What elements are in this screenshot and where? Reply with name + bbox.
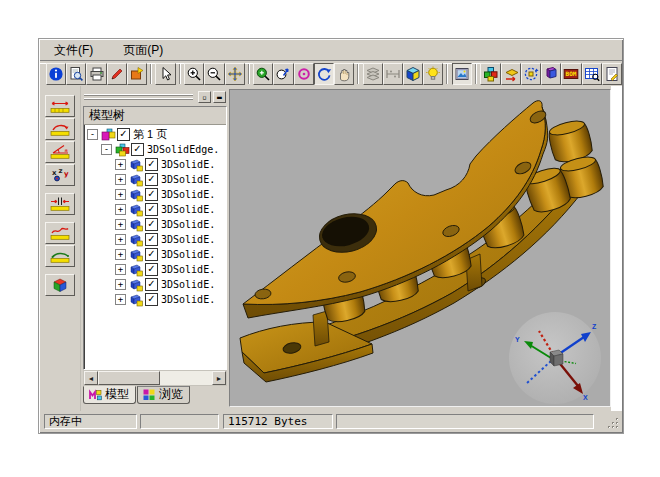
menu-item-page[interactable]: 页面(P) bbox=[119, 41, 167, 60]
expand-icon[interactable]: + bbox=[115, 159, 126, 170]
tree-part-row[interactable]: + ✓ 3DSolidE. bbox=[84, 217, 226, 232]
angle-dimension-button[interactable]: a bbox=[45, 141, 75, 163]
checkbox-checked[interactable]: ✓ bbox=[145, 218, 158, 231]
gold-bracket-part[interactable]: X Y Z bbox=[230, 90, 610, 406]
expand-icon[interactable]: + bbox=[115, 219, 126, 230]
rotate-view-button[interactable] bbox=[314, 63, 334, 85]
pan-button[interactable] bbox=[225, 63, 245, 85]
collapse-icon[interactable]: - bbox=[101, 144, 112, 155]
report-button[interactable] bbox=[602, 63, 622, 85]
tree-part-row[interactable]: + ✓ 3DSolidE. bbox=[84, 292, 226, 307]
scrollbar-track[interactable] bbox=[160, 371, 212, 385]
select-cursor-button[interactable] bbox=[155, 63, 175, 85]
update-view-button[interactable] bbox=[521, 63, 541, 85]
measure-button[interactable] bbox=[383, 63, 403, 85]
main-toolbar: BOM bbox=[40, 62, 622, 86]
tree-part-row[interactable]: + ✓ 3DSolidE. bbox=[84, 247, 226, 262]
checkbox-checked[interactable]: ✓ bbox=[145, 293, 158, 306]
table-view-button[interactable] bbox=[582, 63, 602, 85]
checkbox-checked[interactable]: ✓ bbox=[145, 248, 158, 261]
tree-part-row[interactable]: + ✓ 3DSolidE. bbox=[84, 277, 226, 292]
print-button[interactable] bbox=[86, 63, 106, 85]
layers-button[interactable] bbox=[363, 63, 383, 85]
expand-icon[interactable]: + bbox=[115, 264, 126, 275]
image-frame-button[interactable] bbox=[452, 63, 472, 85]
radius-dimension-button[interactable] bbox=[45, 118, 75, 140]
arc-dimension-icon bbox=[48, 248, 72, 264]
bom-button[interactable]: BOM bbox=[561, 63, 581, 85]
expand-icon[interactable]: + bbox=[115, 249, 126, 260]
tree-rows: - ✓ 第 1 页 - ✓ 3DSolidEdge. bbox=[84, 125, 226, 307]
z-axis-label: Z bbox=[592, 323, 597, 330]
distance-dimension-button[interactable] bbox=[45, 193, 75, 215]
coordinate-dimension-button[interactable]: xzy bbox=[45, 164, 75, 186]
checkbox-checked[interactable]: ✓ bbox=[145, 188, 158, 201]
expand-icon[interactable]: + bbox=[115, 294, 126, 305]
print-icon bbox=[89, 66, 105, 82]
info-button[interactable] bbox=[46, 63, 66, 85]
checkbox-checked[interactable]: ✓ bbox=[145, 263, 158, 276]
checkbox-checked[interactable]: ✓ bbox=[145, 158, 158, 171]
solid-display-button[interactable] bbox=[541, 63, 561, 85]
annotate-pencil-button[interactable] bbox=[107, 63, 127, 85]
rotate-center-button[interactable] bbox=[294, 63, 314, 85]
tree-part-row[interactable]: + ✓ 3DSolidE. bbox=[84, 232, 226, 247]
export-image-button[interactable] bbox=[127, 63, 147, 85]
info-icon bbox=[48, 66, 64, 82]
checkbox-checked[interactable]: ✓ bbox=[145, 233, 158, 246]
tab-model[interactable]: 模型 bbox=[83, 386, 136, 404]
expand-icon[interactable]: + bbox=[115, 234, 126, 245]
assembly-tree-button[interactable] bbox=[480, 63, 500, 85]
tree-horizontal-scrollbar[interactable]: ◄ ► bbox=[83, 370, 227, 386]
lighting-button[interactable] bbox=[423, 63, 443, 85]
resize-grip-icon[interactable] bbox=[607, 417, 620, 430]
expand-icon[interactable]: + bbox=[115, 204, 126, 215]
zoom-out-button[interactable] bbox=[204, 63, 224, 85]
view-box-button[interactable] bbox=[45, 274, 75, 296]
scroll-left-icon[interactable]: ◄ bbox=[84, 371, 98, 385]
distance-dimension-icon bbox=[48, 196, 72, 212]
restore-panel-icon[interactable]: ▫ bbox=[198, 91, 211, 103]
menu-item-file[interactable]: 文件(F) bbox=[50, 41, 97, 60]
scrollbar-thumb[interactable] bbox=[98, 371, 160, 385]
panel-gripper[interactable] bbox=[84, 94, 193, 102]
tab-browse[interactable]: 浏览 bbox=[137, 386, 190, 404]
tree-part-row[interactable]: + ✓ 3DSolidE. bbox=[84, 157, 226, 172]
arc-dimension-button[interactable] bbox=[45, 245, 75, 267]
checkbox-checked[interactable]: ✓ bbox=[131, 143, 144, 156]
zoom-in-button[interactable] bbox=[184, 63, 204, 85]
render-mode-button[interactable] bbox=[403, 63, 423, 85]
zoom-window-button[interactable] bbox=[253, 63, 273, 85]
tree-assembly-row[interactable]: - ✓ 3DSolidEdge. bbox=[84, 142, 226, 157]
tree-part-label: 3DSolidE. bbox=[161, 219, 215, 230]
tree-part-label: 3DSolidE. bbox=[161, 279, 215, 290]
checkbox-checked[interactable]: ✓ bbox=[117, 128, 130, 141]
print-preview-button[interactable] bbox=[66, 63, 86, 85]
expand-icon[interactable]: + bbox=[115, 279, 126, 290]
linear-dimension-button[interactable] bbox=[45, 95, 75, 117]
assembly-icon bbox=[114, 143, 131, 157]
expand-icon[interactable]: + bbox=[115, 189, 126, 200]
tree-part-row[interactable]: + ✓ 3DSolidE. bbox=[84, 262, 226, 277]
part-icon bbox=[128, 248, 145, 262]
tree-part-list: + ✓ 3DSolidE. + ✓ 3DSolidE. bbox=[84, 157, 226, 307]
checkbox-checked[interactable]: ✓ bbox=[145, 203, 158, 216]
tree-part-row[interactable]: + ✓ 3DSolidE. bbox=[84, 202, 226, 217]
expand-icon[interactable]: + bbox=[115, 174, 126, 185]
zoom-dynamic-button[interactable] bbox=[273, 63, 293, 85]
part-position-button[interactable] bbox=[501, 63, 521, 85]
scroll-right-icon[interactable]: ► bbox=[212, 371, 226, 385]
collapse-icon[interactable]: - bbox=[87, 129, 98, 140]
radius-dimension-icon bbox=[48, 121, 72, 137]
tree-root-row[interactable]: - ✓ 第 1 页 bbox=[84, 127, 226, 142]
checkbox-checked[interactable]: ✓ bbox=[145, 278, 158, 291]
status-memory: 内存中 bbox=[44, 414, 137, 429]
export-image-icon bbox=[129, 66, 145, 82]
curve-length-button[interactable] bbox=[45, 222, 75, 244]
tree-part-row[interactable]: + ✓ 3DSolidE. bbox=[84, 187, 226, 202]
hide-panel-icon[interactable]: ▬ bbox=[213, 91, 226, 103]
3d-viewport[interactable]: X Y Z bbox=[229, 89, 611, 407]
pan-hand-button[interactable] bbox=[334, 63, 354, 85]
tree-part-row[interactable]: + ✓ 3DSolidE. bbox=[84, 172, 226, 187]
checkbox-checked[interactable]: ✓ bbox=[145, 173, 158, 186]
